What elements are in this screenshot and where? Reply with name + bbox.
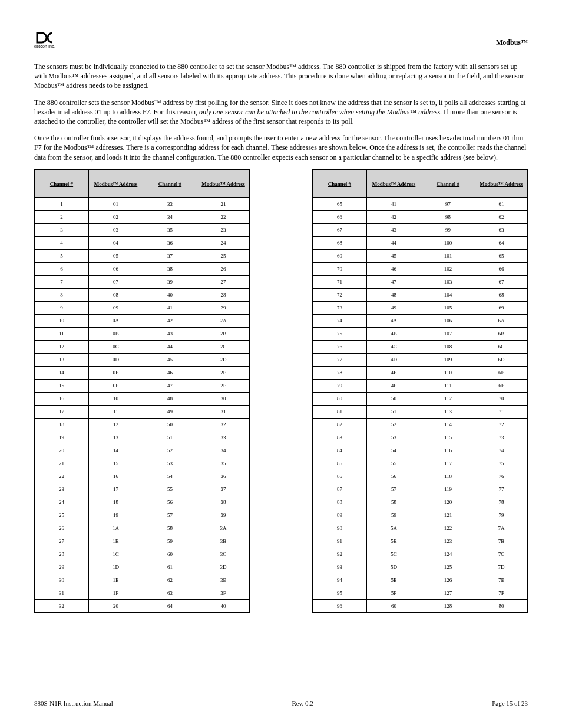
table-row: 704610266 — [313, 262, 528, 275]
table-cell: 21 — [197, 197, 250, 210]
table-cell: 52 — [143, 444, 197, 457]
table-cell: 125 — [421, 561, 475, 574]
table-cell: 121 — [421, 509, 475, 522]
intro-para-1: The sensors must be individually connect… — [34, 62, 528, 91]
table-cell: 27 — [197, 275, 250, 288]
table-cell: 29 — [35, 561, 89, 574]
table-row: 945E1267E — [313, 574, 528, 587]
table-row: 7073927 — [35, 275, 250, 288]
table-row: 150F472F — [35, 379, 250, 392]
table-cell: 6E — [475, 366, 528, 379]
table-cell: 61 — [475, 197, 528, 210]
table-cell: 71 — [475, 405, 528, 418]
table-cell: 14 — [89, 444, 143, 457]
footer-right: Page 15 of 23 — [492, 700, 528, 707]
table-cell: 105 — [421, 301, 475, 314]
table-cell: 86 — [313, 470, 367, 483]
table-cell: 65 — [475, 249, 528, 262]
table-cell: 4C — [367, 340, 421, 353]
table-row: 311F633F — [35, 587, 250, 599]
table-cell: 31 — [35, 587, 89, 599]
table-cell: 107 — [421, 327, 475, 340]
table-cell: 94 — [313, 574, 367, 587]
table-cell: 91 — [313, 535, 367, 548]
table-cell: 92 — [313, 548, 367, 561]
table-cell: 80 — [313, 392, 367, 405]
table-row: 734910569 — [313, 301, 528, 314]
table-row: 905A1227A — [313, 522, 528, 535]
table-cell: 23 — [35, 483, 89, 496]
table-row: 21155335 — [35, 457, 250, 470]
table-cell: 81 — [313, 405, 367, 418]
table-cell: 10 — [89, 392, 143, 405]
table-cell: 4F — [367, 379, 421, 392]
table-row: 17114931 — [35, 405, 250, 418]
col-address-b: Modbus™ Address — [197, 169, 250, 197]
table-row: 22165436 — [35, 470, 250, 483]
table-cell: 56 — [143, 496, 197, 509]
table-row: 1013321 — [35, 197, 250, 210]
table-cell: 7 — [35, 275, 89, 288]
table-cell: 18 — [35, 418, 89, 431]
table-cell: 8 — [35, 288, 89, 301]
table-cell: 63 — [475, 223, 528, 236]
table-cell: 53 — [143, 457, 197, 470]
footer-left: 880S-N1R Instruction Manual — [34, 700, 113, 707]
table-cell: 6F — [475, 379, 528, 392]
table-cell: 68 — [313, 236, 367, 249]
table-cell: 58 — [367, 496, 421, 509]
table-cell: 110 — [421, 366, 475, 379]
table-cell: 29 — [197, 301, 250, 314]
table-row: 875711977 — [313, 483, 528, 496]
table-cell: 47 — [367, 275, 421, 288]
table-row: 6063826 — [35, 262, 250, 275]
intro-text: The sensors must be individually connect… — [34, 62, 528, 162]
table-cell: 17 — [89, 483, 143, 496]
table-cell: 62 — [475, 210, 528, 223]
table-row: 955F1277F — [313, 587, 528, 599]
table-row: 855511775 — [313, 457, 528, 470]
table-cell: 34 — [197, 444, 250, 457]
table-cell: 40 — [197, 599, 250, 612]
table-cell: 3 — [35, 223, 89, 236]
company-name: detcon inc. — [34, 44, 55, 48]
table-cell: 103 — [421, 275, 475, 288]
table-cell: 115 — [421, 431, 475, 444]
table-cell: 90 — [313, 522, 367, 535]
table-cell: 3D — [197, 561, 250, 574]
intro-para-3: Once the controller finds a sensor, it d… — [34, 133, 528, 162]
table-cell: 100 — [421, 236, 475, 249]
table-row: 966012880 — [313, 599, 528, 612]
table-cell: 49 — [367, 301, 421, 314]
table-cell: 30 — [35, 574, 89, 587]
table-cell: 55 — [143, 483, 197, 496]
table-cell: 113 — [421, 405, 475, 418]
table-row: 110B432B — [35, 327, 250, 340]
table-cell: 52 — [367, 418, 421, 431]
table-cell: 72 — [313, 288, 367, 301]
table-cell: 22 — [197, 210, 250, 223]
table-row: 744A1066A — [313, 314, 528, 327]
table-cell: 71 — [313, 275, 367, 288]
table-cell: 08 — [89, 288, 143, 301]
table-row: 835311573 — [313, 431, 528, 444]
table-row: 18125032 — [35, 418, 250, 431]
table-cell: 119 — [421, 483, 475, 496]
table-cell: 2B — [197, 327, 250, 340]
table-cell: 82 — [313, 418, 367, 431]
table-row: 32206440 — [35, 599, 250, 612]
page-header: detcon inc. Modbus™ — [34, 32, 528, 51]
table-cell: 65 — [313, 197, 367, 210]
table-cell: 21 — [35, 457, 89, 470]
modbus-title: Modbus™ — [496, 38, 528, 47]
table-cell: 40 — [143, 288, 197, 301]
table-cell: 5B — [367, 535, 421, 548]
table-cell: 01 — [89, 197, 143, 210]
table-cell: 41 — [367, 197, 421, 210]
table-cell: 1F — [89, 587, 143, 599]
table-cell: 0F — [89, 379, 143, 392]
table-cell: 10 — [35, 314, 89, 327]
table-cell: 120 — [421, 496, 475, 509]
table-cell: 51 — [143, 431, 197, 444]
table-cell: 35 — [197, 457, 250, 470]
